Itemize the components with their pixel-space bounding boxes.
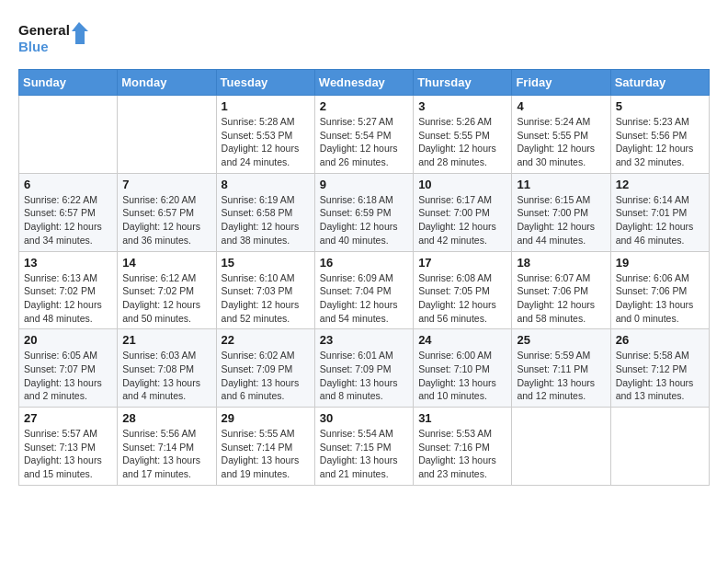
logo-svg: General Blue [18, 18, 92, 60]
calendar-table: SundayMondayTuesdayWednesdayThursdayFrid… [18, 69, 710, 486]
day-info: Sunrise: 6:06 AMSunset: 7:06 PMDaylight:… [616, 271, 704, 326]
day-info: Sunrise: 6:20 AMSunset: 6:57 PMDaylight:… [122, 193, 210, 247]
calendar-week-3: 20Sunrise: 6:05 AMSunset: 7:07 PMDayligh… [19, 329, 710, 408]
day-number: 29 [222, 411, 310, 425]
day-info: Sunrise: 5:55 AMSunset: 7:14 PMDaylight:… [222, 427, 310, 481]
column-header-tuesday: Tuesday [216, 70, 314, 96]
day-info: Sunrise: 6:12 AMSunset: 7:02 PMDaylight:… [122, 271, 210, 326]
calendar-cell: 11Sunrise: 6:15 AMSunset: 7:00 PMDayligh… [512, 173, 610, 251]
day-info: Sunrise: 6:03 AMSunset: 7:08 PMDaylight:… [122, 349, 210, 403]
day-info: Sunrise: 6:10 AMSunset: 7:03 PMDaylight:… [222, 271, 310, 326]
calendar-cell: 30Sunrise: 5:54 AMSunset: 7:15 PMDayligh… [314, 408, 413, 486]
day-number: 15 [222, 256, 310, 270]
day-info: Sunrise: 6:05 AMSunset: 7:07 PMDaylight:… [24, 349, 112, 403]
calendar-cell: 4Sunrise: 5:24 AMSunset: 5:55 PMDaylight… [512, 96, 610, 174]
day-number: 10 [418, 178, 506, 191]
day-number: 23 [320, 333, 408, 347]
day-number: 7 [122, 178, 210, 191]
calendar-cell: 15Sunrise: 6:10 AMSunset: 7:03 PMDayligh… [216, 251, 314, 329]
calendar-cell: 17Sunrise: 6:08 AMSunset: 7:05 PMDayligh… [414, 251, 512, 329]
calendar-cell: 28Sunrise: 5:56 AMSunset: 7:14 PMDayligh… [118, 408, 216, 486]
calendar-cell: 9Sunrise: 6:18 AMSunset: 6:59 PMDaylight… [314, 173, 413, 251]
logo: General Blue [18, 18, 92, 60]
day-number: 30 [320, 411, 408, 425]
day-number: 9 [320, 178, 408, 191]
day-number: 27 [24, 411, 112, 425]
column-header-monday: Monday [118, 70, 216, 96]
day-info: Sunrise: 5:58 AMSunset: 7:12 PMDaylight:… [616, 349, 704, 403]
calendar-week-1: 6Sunrise: 6:22 AMSunset: 6:57 PMDaylight… [19, 173, 710, 251]
calendar-cell: 24Sunrise: 6:00 AMSunset: 7:10 PMDayligh… [414, 329, 512, 408]
calendar-header-row: SundayMondayTuesdayWednesdayThursdayFrid… [19, 70, 710, 96]
day-info: Sunrise: 5:23 AMSunset: 5:56 PMDaylight:… [616, 115, 704, 169]
day-info: Sunrise: 6:13 AMSunset: 7:02 PMDaylight:… [24, 271, 112, 326]
day-info: Sunrise: 6:14 AMSunset: 7:01 PMDaylight:… [616, 193, 704, 247]
calendar-cell: 31Sunrise: 5:53 AMSunset: 7:16 PMDayligh… [414, 408, 512, 486]
calendar-cell [118, 96, 216, 174]
day-number: 4 [517, 99, 605, 113]
day-number: 2 [320, 99, 408, 113]
day-number: 17 [418, 256, 506, 270]
day-info: Sunrise: 6:17 AMSunset: 7:00 PMDaylight:… [418, 193, 506, 247]
day-number: 11 [517, 178, 605, 191]
calendar-cell: 8Sunrise: 6:19 AMSunset: 6:58 PMDaylight… [216, 173, 314, 251]
calendar-cell: 3Sunrise: 5:26 AMSunset: 5:55 PMDaylight… [414, 96, 512, 174]
day-number: 25 [517, 333, 605, 347]
calendar-cell: 12Sunrise: 6:14 AMSunset: 7:01 PMDayligh… [610, 173, 709, 251]
calendar-cell [19, 96, 118, 174]
day-info: Sunrise: 5:28 AMSunset: 5:53 PMDaylight:… [222, 115, 310, 169]
day-number: 18 [517, 256, 605, 270]
day-number: 31 [418, 411, 506, 425]
day-info: Sunrise: 6:01 AMSunset: 7:09 PMDaylight:… [320, 349, 408, 403]
day-number: 14 [122, 256, 210, 270]
day-number: 28 [122, 411, 210, 425]
day-info: Sunrise: 6:02 AMSunset: 7:09 PMDaylight:… [222, 349, 310, 403]
day-number: 12 [616, 178, 704, 191]
day-number: 20 [24, 333, 112, 347]
calendar-cell: 21Sunrise: 6:03 AMSunset: 7:08 PMDayligh… [118, 329, 216, 408]
calendar-cell: 13Sunrise: 6:13 AMSunset: 7:02 PMDayligh… [19, 251, 118, 329]
calendar-cell: 23Sunrise: 6:01 AMSunset: 7:09 PMDayligh… [314, 329, 413, 408]
day-number: 13 [24, 256, 112, 270]
day-number: 19 [616, 256, 704, 270]
calendar-cell: 14Sunrise: 6:12 AMSunset: 7:02 PMDayligh… [118, 251, 216, 329]
day-info: Sunrise: 5:54 AMSunset: 7:15 PMDaylight:… [320, 427, 408, 481]
day-number: 26 [616, 333, 704, 347]
calendar-cell: 18Sunrise: 6:07 AMSunset: 7:06 PMDayligh… [512, 251, 610, 329]
day-info: Sunrise: 6:08 AMSunset: 7:05 PMDaylight:… [418, 271, 506, 326]
day-info: Sunrise: 6:18 AMSunset: 6:59 PMDaylight:… [320, 193, 408, 247]
svg-marker-2 [72, 22, 88, 44]
calendar-cell: 1Sunrise: 5:28 AMSunset: 5:53 PMDaylight… [216, 96, 314, 174]
day-number: 3 [418, 99, 506, 113]
svg-text:General: General [18, 22, 70, 38]
day-number: 8 [222, 178, 310, 191]
column-header-friday: Friday [512, 70, 610, 96]
day-number: 5 [616, 99, 704, 113]
day-number: 24 [418, 333, 506, 347]
day-number: 21 [122, 333, 210, 347]
day-info: Sunrise: 6:09 AMSunset: 7:04 PMDaylight:… [320, 271, 408, 326]
calendar-cell: 22Sunrise: 6:02 AMSunset: 7:09 PMDayligh… [216, 329, 314, 408]
calendar-cell: 19Sunrise: 6:06 AMSunset: 7:06 PMDayligh… [610, 251, 709, 329]
calendar-week-2: 13Sunrise: 6:13 AMSunset: 7:02 PMDayligh… [19, 251, 710, 329]
calendar-cell: 10Sunrise: 6:17 AMSunset: 7:00 PMDayligh… [414, 173, 512, 251]
day-number: 6 [24, 178, 112, 191]
calendar-cell: 20Sunrise: 6:05 AMSunset: 7:07 PMDayligh… [19, 329, 118, 408]
day-info: Sunrise: 6:00 AMSunset: 7:10 PMDaylight:… [418, 349, 506, 403]
day-info: Sunrise: 5:59 AMSunset: 7:11 PMDaylight:… [517, 349, 605, 403]
calendar-cell: 29Sunrise: 5:55 AMSunset: 7:14 PMDayligh… [216, 408, 314, 486]
calendar-cell: 27Sunrise: 5:57 AMSunset: 7:13 PMDayligh… [19, 408, 118, 486]
calendar-week-4: 27Sunrise: 5:57 AMSunset: 7:13 PMDayligh… [19, 408, 710, 486]
column-header-sunday: Sunday [19, 70, 118, 96]
column-header-wednesday: Wednesday [314, 70, 413, 96]
day-number: 16 [320, 256, 408, 270]
calendar-cell: 26Sunrise: 5:58 AMSunset: 7:12 PMDayligh… [610, 329, 709, 408]
calendar-week-0: 1Sunrise: 5:28 AMSunset: 5:53 PMDaylight… [19, 96, 710, 174]
day-info: Sunrise: 5:57 AMSunset: 7:13 PMDaylight:… [24, 427, 112, 481]
day-info: Sunrise: 5:26 AMSunset: 5:55 PMDaylight:… [418, 115, 506, 169]
page-header: General Blue [18, 18, 710, 60]
day-info: Sunrise: 6:22 AMSunset: 6:57 PMDaylight:… [24, 193, 112, 247]
day-info: Sunrise: 5:56 AMSunset: 7:14 PMDaylight:… [122, 427, 210, 481]
day-info: Sunrise: 5:24 AMSunset: 5:55 PMDaylight:… [517, 115, 605, 169]
day-info: Sunrise: 5:53 AMSunset: 7:16 PMDaylight:… [418, 427, 506, 481]
